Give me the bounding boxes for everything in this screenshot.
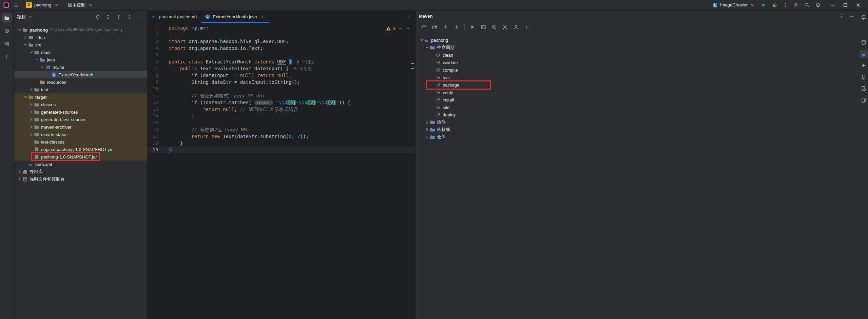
vcs-widget[interactable]: 版本控制: [66, 1, 95, 9]
chevron-right-icon[interactable]: [28, 109, 34, 115]
maven-tool-window-button[interactable]: m: [860, 50, 868, 58]
tree-item-maven-status[interactable]: maven-status: [14, 131, 147, 138]
code-line-1[interactable]: 1package my.mr;: [147, 24, 415, 31]
minimize-button[interactable]: [826, 0, 839, 10]
editor-tab-ExtractYearMonth.java[interactable]: CExtractYearMonth.java: [201, 11, 269, 23]
chevron-right-icon[interactable]: [28, 102, 34, 107]
line-number[interactable]: 6: [147, 58, 162, 65]
tree-item-test[interactable]: test: [14, 86, 147, 93]
code-line-12[interactable]: 12 if (!dateStr.matches( regex: "\\d{4}-…: [147, 99, 415, 106]
tree-item-java[interactable]: java: [14, 56, 147, 63]
hide-panel-button[interactable]: [848, 13, 855, 20]
code-line-13[interactable]: 13 return null; // 返回null表示格式错误: [147, 106, 415, 113]
tree-item-deploy[interactable]: deploy: [416, 111, 859, 118]
toggle-offline-mode-button[interactable]: [490, 23, 498, 31]
chevron-down-icon[interactable]: [424, 45, 430, 50]
editor-tab-pom.xml (pachong)[interactable]: mpom.xml (pachong): [147, 11, 201, 23]
code-line-19[interactable]: 19}: [147, 147, 415, 153]
maven-profiles-button[interactable]: [512, 23, 520, 31]
more-tool-windows-button[interactable]: [2, 52, 12, 61]
tree-item-clean[interactable]: clean: [416, 51, 859, 59]
chevron-right-icon[interactable]: [424, 127, 430, 132]
maximize-button[interactable]: [839, 0, 852, 10]
code-with-me-icon[interactable]: [793, 2, 799, 8]
line-number[interactable]: 12: [147, 99, 162, 106]
chevron-right-icon[interactable]: [28, 87, 34, 92]
structure-tool-window-button[interactable]: [2, 39, 12, 49]
next-problem-icon[interactable]: [405, 26, 410, 31]
search-everywhere-icon[interactable]: [804, 2, 810, 8]
code-line-16[interactable]: 16 // 截取前7位（yyyy-MM）: [147, 126, 415, 133]
tree-item-依赖项[interactable]: 依赖项: [416, 126, 859, 133]
close-button[interactable]: [852, 0, 865, 10]
tree-item-test[interactable]: test: [416, 74, 859, 81]
code-line-7[interactable]: 7 public Text evaluate(Text dateInput) {…: [147, 65, 415, 72]
chevron-right-icon[interactable]: [424, 119, 430, 125]
tree-item-pachong[interactable]: mpachong: [416, 36, 859, 44]
skip-tests-button[interactable]: [501, 23, 509, 31]
line-number[interactable]: 14: [147, 113, 162, 119]
tab-close-icon[interactable]: [259, 14, 265, 19]
more-actions-button[interactable]: [523, 23, 531, 31]
hide-panel-button[interactable]: [136, 13, 143, 21]
line-number[interactable]: 15: [147, 119, 162, 126]
more-options-button[interactable]: [126, 13, 133, 21]
chevron-right-icon[interactable]: [17, 176, 22, 182]
more-actions-icon[interactable]: [783, 2, 788, 8]
line-number[interactable]: 13: [147, 106, 162, 113]
code-line-6[interactable]: 6public class ExtractYearMonth extends U…: [147, 58, 415, 65]
line-number[interactable]: 10: [147, 86, 162, 92]
tree-item-generated-sources[interactable]: generated-sources: [14, 108, 147, 116]
select-opened-file-button[interactable]: [94, 13, 101, 21]
line-number[interactable]: 7: [147, 65, 162, 72]
tree-item-main[interactable]: main: [14, 49, 147, 56]
generate-sources-and-update-folders-button[interactable]: [431, 23, 439, 31]
chevron-right-icon[interactable]: [424, 134, 430, 140]
code-line-8[interactable]: 8 if (dateInput == null) return null;: [147, 72, 415, 79]
code-editor[interactable]: 1package my.mr;23import org.apache.hadoo…: [147, 23, 415, 319]
chevron-down-icon[interactable]: [17, 27, 22, 33]
tree-item-生命周期[interactable]: 生命周期: [416, 44, 859, 51]
tree-item-original-pachong-1.0-SNAPSHOT.jar[interactable]: original-pachong-1.0-SNAPSHOT.jar: [14, 146, 147, 153]
line-number[interactable]: 5: [147, 52, 162, 58]
chevron-down-icon[interactable]: [418, 37, 424, 43]
line-number[interactable]: 8: [147, 72, 162, 79]
code-line-17[interactable]: 17 return new Text(dateStr.substring(0, …: [147, 133, 415, 140]
chevron-down-icon[interactable]: [34, 57, 40, 62]
run-maven-build-button[interactable]: [469, 23, 476, 31]
code-line-11[interactable]: 11 // 验证日期格式（yyyy-MM-dd）: [147, 92, 415, 99]
chevron-down-icon[interactable]: [22, 42, 28, 48]
chevron-right-icon[interactable]: [22, 35, 28, 40]
tree-item-compile[interactable]: compile: [416, 66, 859, 74]
tree-item-pom.xml[interactable]: mpom.xml: [14, 161, 147, 168]
chevron-down-icon[interactable]: [28, 50, 34, 55]
tree-item-package[interactable]: package: [416, 81, 859, 89]
add-maven-project-button[interactable]: [453, 23, 460, 31]
tree-item-test-classes[interactable]: test-classes: [14, 138, 147, 146]
code-line-5[interactable]: 5: [147, 52, 415, 58]
tree-item-pachong-1.0-SNAPSHOT.jar[interactable]: pachong-1.0-SNAPSHOT.jar: [14, 153, 147, 161]
code-line-2[interactable]: 2: [147, 31, 415, 38]
tree-item-resources[interactable]: resources: [14, 78, 147, 86]
line-number[interactable]: 16: [147, 126, 162, 133]
chevron-down-icon[interactable]: [28, 14, 34, 20]
tree-item-插件[interactable]: 插件: [416, 118, 859, 126]
previous-problem-icon[interactable]: [398, 26, 403, 31]
chevron-right-icon[interactable]: [17, 169, 22, 174]
more-options-icon[interactable]: [406, 14, 412, 19]
documentation-tool-window-button[interactable]: [860, 96, 868, 104]
tree-item-site[interactable]: site: [416, 104, 859, 111]
code-line-15[interactable]: 15: [147, 119, 415, 126]
more-options-button[interactable]: [837, 13, 845, 20]
line-number[interactable]: 11: [147, 92, 162, 99]
main-menu-icon[interactable]: [14, 2, 19, 8]
code-line-10[interactable]: 10: [147, 86, 415, 92]
chevron-right-icon[interactable]: [28, 117, 34, 122]
tree-item-仓库[interactable]: 仓库: [416, 133, 859, 141]
tree-item-classes[interactable]: classes: [14, 101, 147, 108]
line-number[interactable]: 18: [147, 140, 162, 147]
project-widget[interactable]: P pachong: [24, 1, 61, 9]
tree-item-ExtractYearMonth[interactable]: CExtractYearMonth: [14, 71, 147, 78]
chevron-right-icon[interactable]: [28, 132, 34, 137]
chevron-right-icon[interactable]: [28, 124, 34, 130]
